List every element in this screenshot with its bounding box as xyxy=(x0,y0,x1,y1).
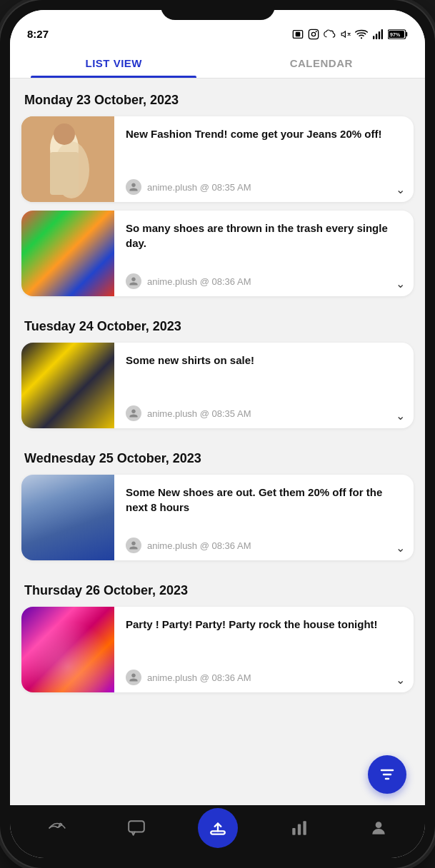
svg-point-3 xyxy=(311,32,315,36)
svg-rect-18 xyxy=(303,821,306,835)
event-card-4[interactable]: Some New shoes are out. Get them 20% off… xyxy=(21,475,414,560)
nav-chat[interactable] xyxy=(119,810,154,846)
signal-icon xyxy=(372,29,384,39)
event-user-5: anime.plush @ 08:36 AM xyxy=(147,672,251,683)
svg-rect-8 xyxy=(379,31,380,39)
event-user-2: anime.plush @ 08:36 AM xyxy=(147,276,251,287)
chevron-btn-4[interactable]: ⌄ xyxy=(396,541,405,555)
avatar-1 xyxy=(126,179,141,195)
svg-rect-7 xyxy=(376,34,377,39)
svg-point-5 xyxy=(361,37,362,39)
svg-rect-1 xyxy=(296,32,299,36)
tab-calendar[interactable]: CALENDAR xyxy=(218,46,426,78)
svg-rect-6 xyxy=(373,36,374,39)
svg-text:97%: 97% xyxy=(390,32,401,37)
user-icon xyxy=(129,182,139,192)
filter-fab[interactable] xyxy=(368,755,406,794)
date-header-thursday: Thursday 26 October, 2023 xyxy=(10,569,425,607)
status-icons: 97% xyxy=(292,29,408,40)
chevron-btn-5[interactable]: ⌄ xyxy=(396,673,405,687)
svg-rect-16 xyxy=(292,828,295,835)
nav-stats[interactable] xyxy=(281,810,317,846)
user-icon-5 xyxy=(129,672,139,682)
status-time: 8:27 xyxy=(27,28,49,40)
event-thumbnail-1 xyxy=(21,116,114,202)
svg-point-4 xyxy=(316,31,317,32)
avatar-5 xyxy=(126,670,141,685)
phone-screen: 8:27 97% LIST VIEW CALENDAR Monday 23 Oc… xyxy=(10,10,425,858)
event-user-3: anime.plush @ 08:35 AM xyxy=(147,408,251,419)
stats-icon xyxy=(290,819,309,837)
event-meta-1: anime.plush @ 08:35 AM xyxy=(126,179,402,195)
bottom-nav xyxy=(10,805,425,858)
event-card-5[interactable]: Party ! Party! Party! Party rock the hou… xyxy=(21,607,414,692)
event-meta-2: anime.plush @ 08:36 AM xyxy=(126,273,402,289)
event-title-2: So many shoes are thrown in the trash ev… xyxy=(126,221,402,251)
event-info-5: Party ! Party! Party! Party rock the hou… xyxy=(114,607,414,692)
event-card-2[interactable]: So many shoes are thrown in the trash ev… xyxy=(21,211,414,296)
event-card-3[interactable]: Some new shirts on sale! anime.plush @ 0… xyxy=(21,343,414,428)
svg-rect-17 xyxy=(297,824,300,835)
date-header-tuesday: Tuesday 24 October, 2023 xyxy=(10,305,425,343)
content-scroll[interactable]: Monday 23 October, 2023 New Fashion Tren… xyxy=(10,79,425,801)
nav-home[interactable] xyxy=(39,810,75,846)
user-icon-3 xyxy=(129,408,139,418)
svg-rect-2 xyxy=(309,29,318,39)
tab-list-view[interactable]: LIST VIEW xyxy=(10,46,218,78)
date-header-monday: Monday 23 October, 2023 xyxy=(10,79,425,116)
notch xyxy=(161,0,275,20)
wifi-icon xyxy=(355,29,368,39)
event-card-1[interactable]: New Fashion Trend! come get your Jeans 2… xyxy=(21,116,414,202)
event-thumbnail-4 xyxy=(21,475,114,560)
event-meta-5: anime.plush @ 08:36 AM xyxy=(126,670,402,685)
event-thumbnail-5 xyxy=(21,607,114,692)
event-thumbnail-3 xyxy=(21,343,114,428)
svg-rect-11 xyxy=(406,32,407,36)
instagram-icon xyxy=(308,29,319,40)
upload-icon xyxy=(209,819,227,837)
svg-rect-15 xyxy=(211,831,225,834)
event-title-1: New Fashion Trend! come get your Jeans 2… xyxy=(126,126,402,141)
event-thumbnail-2 xyxy=(21,211,114,296)
event-meta-3: anime.plush @ 08:35 AM xyxy=(126,405,402,421)
screen-record-icon xyxy=(292,29,304,40)
user-icon-2 xyxy=(129,276,139,286)
chevron-btn-2[interactable]: ⌄ xyxy=(396,277,405,291)
tabs: LIST VIEW CALENDAR xyxy=(10,46,425,79)
event-info-2: So many shoes are thrown in the trash ev… xyxy=(114,211,414,296)
event-info-1: New Fashion Trend! come get your Jeans 2… xyxy=(114,116,414,202)
filter-icon xyxy=(379,766,396,783)
battery-icon: 97% xyxy=(388,29,408,39)
avatar-3 xyxy=(126,405,141,421)
svg-point-19 xyxy=(375,822,381,828)
bird-icon xyxy=(48,819,66,837)
event-title-4: Some New shoes are out. Get them 20% off… xyxy=(126,485,402,515)
mute-icon xyxy=(341,29,351,40)
cloud-icon xyxy=(324,29,336,39)
avatar-4 xyxy=(126,538,141,553)
phone-frame: 8:27 97% LIST VIEW CALENDAR Monday 23 Oc… xyxy=(0,0,435,868)
chevron-btn-1[interactable]: ⌄ xyxy=(396,183,405,196)
avatar-2 xyxy=(126,273,141,289)
event-user-1: anime.plush @ 08:35 AM xyxy=(147,182,251,193)
event-user-4: anime.plush @ 08:36 AM xyxy=(147,540,251,551)
event-info-3: Some new shirts on sale! anime.plush @ 0… xyxy=(114,343,414,428)
profile-icon xyxy=(369,819,388,837)
nav-upload[interactable] xyxy=(198,808,238,848)
chat-icon xyxy=(127,819,146,837)
date-header-wednesday: Wednesday 25 October, 2023 xyxy=(10,437,425,475)
user-icon-4 xyxy=(129,540,139,550)
nav-profile[interactable] xyxy=(361,810,396,846)
svg-rect-14 xyxy=(129,821,144,832)
chevron-btn-3[interactable]: ⌄ xyxy=(396,409,405,423)
event-info-4: Some New shoes are out. Get them 20% off… xyxy=(114,475,414,560)
event-title-3: Some new shirts on sale! xyxy=(126,353,402,368)
svg-rect-9 xyxy=(381,29,383,39)
event-meta-4: anime.plush @ 08:36 AM xyxy=(126,538,402,553)
event-title-5: Party ! Party! Party! Party rock the hou… xyxy=(126,617,402,632)
